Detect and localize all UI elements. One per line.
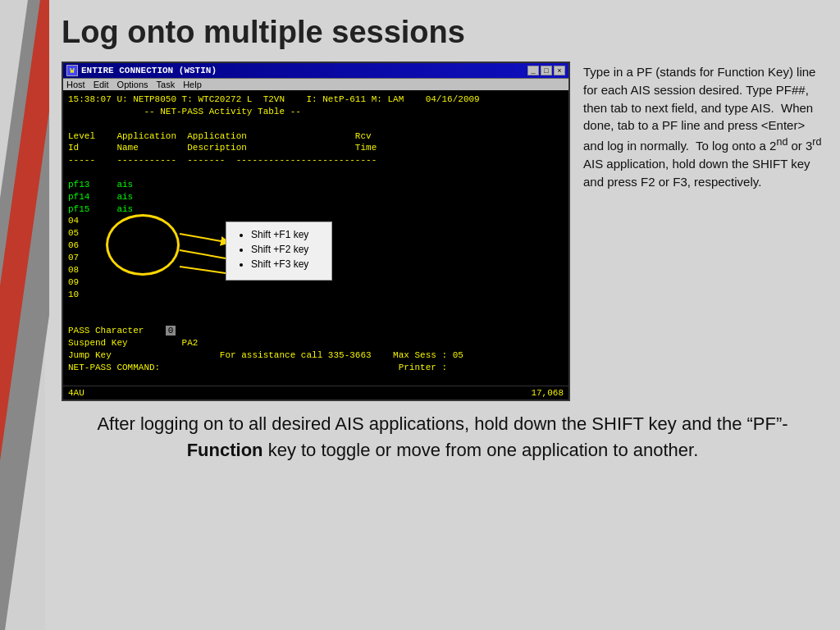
side-text-content: Type in a PF (stands for Function Key) l… <box>583 65 821 189</box>
menu-task[interactable]: Task <box>157 80 176 89</box>
term-col-headers1: Level Application Application Rcv <box>68 130 564 143</box>
terminal-window-controls: _ □ × <box>527 66 565 75</box>
term-col-headers2: Id Name Description Time <box>68 142 564 154</box>
term-row-10: 10 <box>68 289 564 301</box>
minimize-button[interactable]: _ <box>527 66 539 75</box>
term-command: NET-PASS COMMAND: Printer : <box>68 362 564 374</box>
terminal-title: ENTIRE CONNECTION (WSTIN) <box>81 66 217 75</box>
term-pass-char: PASS Character 0 <box>68 325 564 337</box>
term-row-pf13: pf13 ais <box>68 179 564 191</box>
terminal-menubar: Host Edit Options Task Help <box>63 79 568 90</box>
close-button[interactable]: × <box>554 66 565 75</box>
tooltip-box: Shift +F1 key Shift +F2 key Shift +F3 ke… <box>226 221 332 281</box>
tooltip-list: Shift +F1 key Shift +F2 key Shift +F3 ke… <box>238 229 320 270</box>
bottom-text-bold: Function <box>187 440 263 460</box>
decorative-stripe <box>0 0 49 630</box>
terminal-titlebar: W ENTIRE CONNECTION (WSTIN) _ □ × <box>63 63 568 79</box>
terminal-titlebar-left: W ENTIRE CONNECTION (WSTIN) <box>66 65 217 76</box>
term-row-pf14: pf14 ais <box>68 191 564 203</box>
status-position: 17,068 <box>531 388 564 398</box>
terminal-statusbar: 4AU 17,068 <box>63 386 568 399</box>
terminal-app-icon: W <box>66 65 78 76</box>
side-text: Type in a PF (stands for Function Key) l… <box>583 62 824 401</box>
slide-title: Log onto multiple sessions <box>62 15 824 50</box>
term-row-pf15: pf15 ais <box>68 203 564 216</box>
menu-options[interactable]: Options <box>117 80 148 89</box>
tooltip-item-1: Shift +F1 key <box>251 229 320 240</box>
bottom-text-normal2: key to toggle or move from one applicati… <box>263 440 699 460</box>
term-jump: Jump Key For assistance call 335-3663 Ma… <box>68 349 564 362</box>
terminal-wrapper: W ENTIRE CONNECTION (WSTIN) _ □ × Host E… <box>62 62 570 401</box>
restore-button[interactable]: □ <box>541 66 552 75</box>
tooltip-item-2: Shift +F2 key <box>251 244 320 255</box>
menu-host[interactable]: Host <box>66 80 85 89</box>
slide-content: Log onto multiple sessions W ENTIRE CONN… <box>45 0 840 630</box>
term-line-header: 15:38:07 U: NETP8050 T: WTC20272 L T2VN … <box>68 94 564 106</box>
menu-help[interactable]: Help <box>183 80 202 89</box>
term-col-dividers: ----- ----------- ------- --------------… <box>68 154 564 167</box>
tooltip-item-3: Shift +F3 key <box>251 258 320 270</box>
bottom-text-normal1: After logging on to all desired AIS appl… <box>97 413 788 434</box>
bottom-text: After logging on to all desired AIS appl… <box>62 411 824 463</box>
status-mode: 4AU <box>68 388 84 398</box>
menu-edit[interactable]: Edit <box>94 80 109 89</box>
term-suspend: Suspend Key PA2 <box>68 337 564 349</box>
middle-section: W ENTIRE CONNECTION (WSTIN) _ □ × Host E… <box>62 62 824 401</box>
term-line-header2: -- NET-PASS Activity Table -- <box>68 106 564 118</box>
